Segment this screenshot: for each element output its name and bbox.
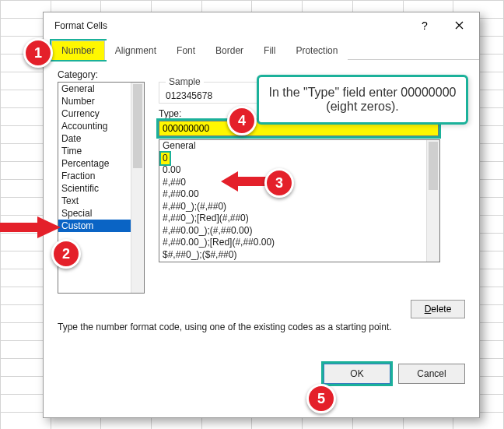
list-item[interactable]: #,##0_);[Red](#,##0) xyxy=(159,213,439,225)
tab-label: Protection xyxy=(296,45,338,56)
tab-strip: Number Alignment Font Border Fill Protec… xyxy=(44,39,479,60)
close-icon xyxy=(455,19,464,32)
list-item[interactable]: #,##0_);(#,##0) xyxy=(159,201,439,213)
list-item[interactable]: #,##0 xyxy=(159,177,439,189)
footer-note: Type the number format code, using one o… xyxy=(58,322,465,332)
list-item[interactable]: General xyxy=(159,140,439,153)
dialog-titlebar: Format Cells ? xyxy=(44,12,479,39)
ok-button[interactable]: OK xyxy=(324,364,390,384)
list-item[interactable]: #,##0.00_);(#,##0.00) xyxy=(159,225,439,237)
annotation-badge: 2 xyxy=(51,239,81,269)
list-item[interactable]: #,##0.00 xyxy=(159,188,439,201)
list-item-highlighted[interactable]: 0 xyxy=(161,153,170,165)
tab-border[interactable]: Border xyxy=(205,40,254,60)
tab-label: Fill xyxy=(264,45,275,56)
list-item[interactable]: 0.00 xyxy=(159,164,439,177)
list-item[interactable]: $#,##0_);($#,##0) xyxy=(159,249,439,262)
tab-fill[interactable]: Fill xyxy=(254,40,285,60)
tab-font[interactable]: Font xyxy=(166,40,205,60)
annotation-badge: 3 xyxy=(264,168,294,198)
cancel-button[interactable]: Cancel xyxy=(398,364,465,384)
annotation-callout: In the "Type" field enter 00000000 (eigh… xyxy=(257,75,468,125)
scrollbar[interactable] xyxy=(426,140,439,262)
tab-label: Border xyxy=(215,45,243,56)
tab-protection[interactable]: Protection xyxy=(285,40,348,60)
scrollbar-thumb[interactable] xyxy=(429,142,438,190)
annotation-arrow-icon xyxy=(0,214,62,241)
format-cells-dialog: Format Cells ? Number Alignment Font Bor… xyxy=(43,12,480,418)
tab-number[interactable]: Number xyxy=(51,40,105,60)
dialog-title: Format Cells xyxy=(54,20,408,31)
close-button[interactable] xyxy=(442,14,476,37)
tab-alignment[interactable]: Alignment xyxy=(105,40,166,60)
list-item[interactable]: $#,##0_);[Red]($#,##0) xyxy=(159,261,439,262)
scrollbar-thumb[interactable] xyxy=(133,84,142,168)
tab-label: Alignment xyxy=(115,45,156,56)
annotation-badge: 1 xyxy=(23,38,53,68)
tab-label: Number xyxy=(61,45,95,56)
delete-button[interactable]: Delete xyxy=(411,300,465,318)
annotation-badge: 5 xyxy=(306,384,336,413)
help-icon: ? xyxy=(422,19,428,32)
tab-label: Font xyxy=(177,45,195,56)
help-button[interactable]: ? xyxy=(408,14,442,37)
annotation-badge: 4 xyxy=(227,106,257,135)
list-item[interactable]: #,##0.00_);[Red](#,##0.00) xyxy=(159,237,439,249)
svg-marker-0 xyxy=(0,216,61,238)
format-codes-listbox[interactable]: General 0 0.00 #,##0 #,##0.00 #,##0_);(#… xyxy=(159,139,440,262)
scrollbar[interactable] xyxy=(131,83,144,293)
sample-label: Sample xyxy=(166,76,204,87)
